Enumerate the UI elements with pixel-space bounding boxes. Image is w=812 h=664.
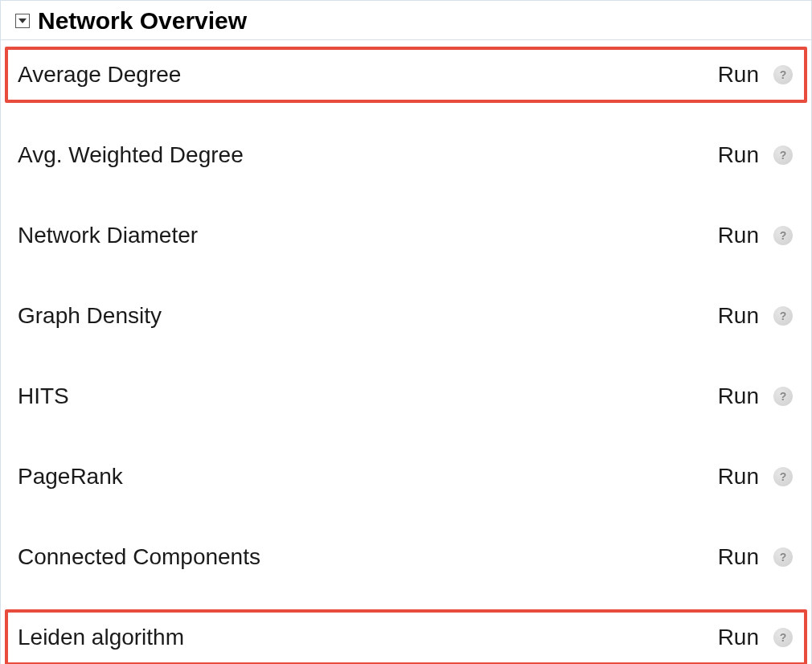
statistics-item: Avg. Weighted DegreeRun? bbox=[5, 127, 807, 183]
statistics-item-label: Avg. Weighted Degree bbox=[18, 142, 718, 168]
statistics-item-label: Leiden algorithm bbox=[18, 625, 718, 650]
help-icon[interactable]: ? bbox=[773, 547, 793, 567]
statistics-item: Network DiameterRun? bbox=[5, 207, 807, 264]
run-button[interactable]: Run bbox=[718, 625, 759, 650]
run-button[interactable]: Run bbox=[718, 464, 759, 490]
statistics-item: HITSRun? bbox=[5, 368, 807, 424]
statistics-item-label: PageRank bbox=[18, 464, 718, 490]
svg-marker-0 bbox=[18, 18, 27, 23]
help-icon[interactable]: ? bbox=[773, 226, 793, 245]
statistics-item-label: Graph Density bbox=[18, 303, 718, 329]
statistics-item: Graph DensityRun? bbox=[5, 288, 807, 344]
run-button[interactable]: Run bbox=[718, 544, 759, 570]
statistics-item: Connected ComponentsRun? bbox=[5, 529, 807, 585]
statistics-item: Leiden algorithmRun? bbox=[5, 609, 807, 664]
help-icon[interactable]: ? bbox=[773, 306, 793, 326]
statistics-item: PageRankRun? bbox=[5, 449, 807, 505]
statistics-item-label: Average Degree bbox=[18, 62, 718, 88]
run-button[interactable]: Run bbox=[718, 142, 759, 168]
network-overview-panel: Network Overview Average DegreeRun?Avg. … bbox=[0, 0, 812, 664]
help-icon[interactable]: ? bbox=[773, 467, 793, 486]
help-icon[interactable]: ? bbox=[773, 65, 793, 84]
run-button[interactable]: Run bbox=[718, 223, 759, 248]
panel-header: Network Overview bbox=[1, 1, 811, 40]
run-button[interactable]: Run bbox=[718, 303, 759, 329]
help-icon[interactable]: ? bbox=[773, 146, 793, 165]
statistics-item-label: Network Diameter bbox=[18, 223, 718, 248]
help-icon[interactable]: ? bbox=[773, 628, 793, 647]
run-button[interactable]: Run bbox=[718, 383, 759, 409]
statistics-item-label: Connected Components bbox=[18, 544, 718, 570]
run-button[interactable]: Run bbox=[718, 62, 759, 88]
statistics-item-label: HITS bbox=[18, 383, 718, 409]
statistics-list: Average DegreeRun?Avg. Weighted DegreeRu… bbox=[1, 40, 811, 664]
help-icon[interactable]: ? bbox=[773, 387, 793, 406]
panel-title: Network Overview bbox=[38, 7, 247, 35]
statistics-item: Average DegreeRun? bbox=[5, 47, 807, 103]
collapse-toggle-icon[interactable] bbox=[15, 14, 30, 28]
